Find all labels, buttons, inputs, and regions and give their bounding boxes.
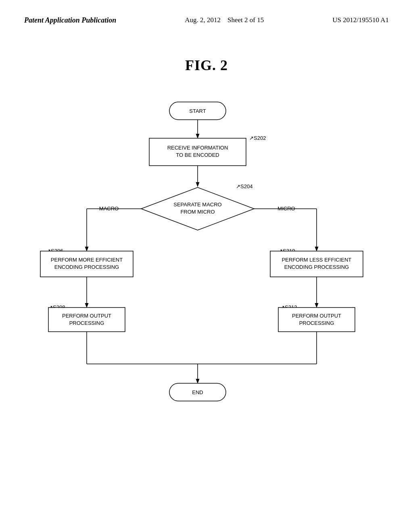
s204-step: ↗S204	[236, 183, 252, 189]
s204-line2: FROM MICRO	[180, 209, 215, 215]
s212-line1: PERFORM OUTPUT	[292, 313, 341, 319]
patent-number-label: US 2012/195510 A1	[332, 16, 389, 24]
s208-line1: PERFORM OUTPUT	[62, 313, 111, 319]
s210-line1: PERFORM LESS EFFICIENT	[282, 257, 352, 263]
s202-step: ↗S202	[249, 135, 266, 141]
figure-title: FIG. 2	[0, 57, 413, 74]
s202-line2: TO BE ENCODED	[176, 152, 219, 158]
s206-line1: PERFORM MORE EFFICIENT	[51, 257, 123, 263]
date-label: Aug. 2, 2012	[185, 16, 221, 24]
end-label: END	[192, 389, 203, 395]
flowchart-container: START RECEIVE INFORMATION TO BE ENCODED …	[0, 90, 413, 453]
start-label: START	[189, 108, 206, 114]
s206-line2: ENCODING PROCESSING	[54, 264, 119, 270]
s212-box	[278, 308, 355, 332]
date-sheet-label: Aug. 2, 2012 Sheet 2 of 15	[185, 16, 264, 24]
s212-line2: PROCESSING	[299, 320, 334, 326]
publication-label: Patent Application Publication	[24, 16, 116, 25]
s202-line1: RECEIVE INFORMATION	[167, 145, 228, 151]
s208-box	[48, 308, 125, 332]
flowchart-svg: START RECEIVE INFORMATION TO BE ENCODED …	[0, 90, 413, 453]
sheet-label: Sheet 2 of 15	[227, 16, 264, 24]
page-header: Patent Application Publication Aug. 2, 2…	[0, 0, 413, 33]
s204-line1: SEPARATE MACRO	[173, 202, 221, 208]
s210-line2: ENCODING PROCESSING	[284, 264, 349, 270]
s208-line2: PROCESSING	[69, 320, 104, 326]
